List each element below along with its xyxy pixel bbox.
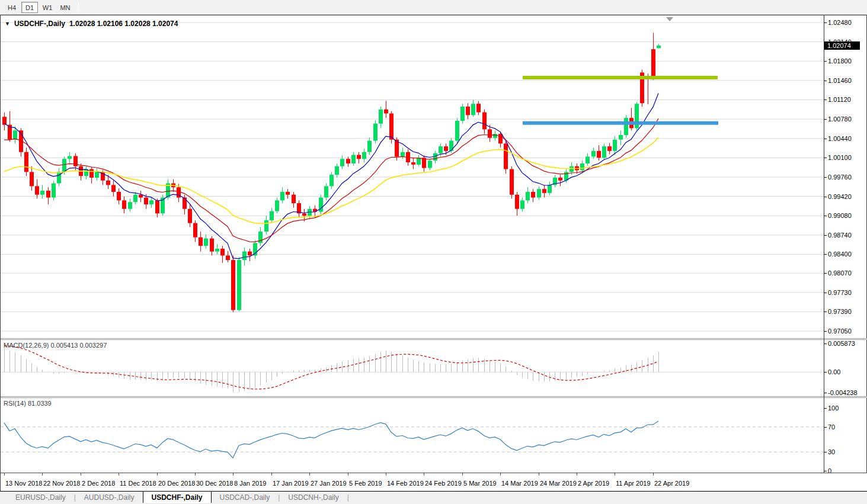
date-tick-mark (119, 473, 119, 476)
price-axis-label: 1.00100 (828, 154, 867, 162)
chart-window: ▼ USDCHF-,Daily 1.02028 1.02106 1.02028 … (0, 15, 867, 491)
price-axis-label: 1.01120 (828, 96, 867, 104)
axis-tick-mark (824, 452, 827, 452)
price-axis-border (824, 15, 824, 473)
chart-ohlc-values: 1.02028 1.02106 1.02028 1.02074 (69, 20, 178, 28)
chart-title: ▼ USDCHF-,Daily 1.02028 1.02106 1.02028 … (5, 20, 178, 28)
timeframe-button-d1[interactable]: D1 (21, 2, 38, 13)
date-axis: 13 Nov 201822 Nov 20182 Dec 201811 Dec 2… (1, 473, 867, 491)
date-axis-label: 20 Dec 2018 (158, 480, 195, 487)
rsi-axis-label: 70 (828, 423, 867, 431)
chart-symbol-label: USDCHF-,Daily (14, 20, 65, 28)
scroll-to-end-marker[interactable] (666, 17, 673, 21)
macd-axis-label: 0.005873 (828, 340, 867, 348)
date-axis-label: 24 Feb 2019 (425, 480, 462, 487)
chart-tab-usdcad[interactable]: USDCAD-,Daily (212, 492, 279, 503)
date-tick-mark (577, 473, 577, 476)
axis-tick-mark (824, 293, 827, 293)
timeframe-toolbar: H4D1W1MN (0, 0, 867, 15)
axis-tick-mark (824, 273, 827, 274)
chart-tab-eurusd[interactable]: EURUSD-,Daily (7, 492, 74, 503)
chart-tabs: EURUSD-,Daily|AUDUSD-,DailyUSDCHF-,Daily… (0, 491, 867, 504)
axis-tick-mark (824, 99, 827, 100)
candlestick-chart[interactable] (1, 15, 824, 338)
axis-tick-mark (824, 372, 827, 373)
timeframe-button-w1[interactable]: W1 (39, 2, 56, 13)
price-axis-label: 1.02480 (828, 19, 867, 27)
macd-label: MACD(12,26,9) 0.005413 0.003297 (4, 342, 107, 349)
price-axis-label: 0.99080 (828, 212, 867, 220)
price-axis-label: 1.01800 (828, 57, 867, 65)
date-axis-label: 27 Jan 2019 (311, 480, 347, 487)
date-tick-mark (309, 473, 310, 476)
axis-tick-mark (824, 393, 827, 393)
macd-chart[interactable] (1, 340, 824, 396)
date-axis-label: 14 Feb 2019 (387, 480, 424, 487)
price-axis-label: 0.97050 (828, 328, 867, 335)
date-tick-mark (271, 473, 272, 476)
date-axis-label: 11 Dec 2018 (120, 480, 156, 487)
date-axis-label: 2 Dec 2018 (82, 480, 115, 487)
date-tick-mark (348, 473, 348, 476)
axis-tick-mark (824, 177, 827, 178)
tab-separator: | (347, 492, 349, 502)
date-tick-mark (233, 473, 233, 476)
macd-pane[interactable]: MACD(12,26,9) 0.005413 0.003297 (1, 340, 824, 396)
toolbar-separator (78, 2, 79, 13)
chart-tab-usdchf[interactable]: USDCHF-,Daily (143, 491, 212, 503)
date-axis-label: 22 Apr 2019 (654, 480, 689, 487)
axis-tick-mark (824, 344, 827, 344)
date-tick-mark (653, 473, 654, 476)
date-axis-label: 2 Apr 2019 (578, 480, 609, 487)
price-axis-label: 0.99760 (828, 174, 867, 181)
axis-tick-mark (824, 312, 827, 312)
chart-tab-usdcnh[interactable]: USDCNH-,Daily (280, 492, 347, 503)
date-tick-mark (615, 473, 615, 476)
price-axis-label: 0.97390 (828, 308, 867, 316)
date-axis-label: 8 Jan 2019 (234, 480, 266, 487)
axis-tick-mark (824, 235, 827, 236)
date-axis-label: 13 Nov 2018 (5, 480, 42, 487)
date-tick-mark (500, 473, 501, 476)
date-axis-label: 5 Feb 2019 (349, 480, 382, 487)
axis-tick-mark (824, 197, 827, 197)
price-axis-label: 0.98400 (828, 251, 867, 258)
price-axis-label: 0.98740 (828, 232, 867, 239)
rsi-axis-label: 30 (828, 448, 867, 456)
date-axis-label: 17 Jan 2019 (273, 480, 309, 487)
price-axis-label: 0.98070 (828, 269, 867, 277)
rsi-chart[interactable] (1, 398, 824, 473)
axis-tick-mark (824, 471, 827, 471)
macd-axis-label: 0.00 (828, 368, 867, 376)
terminal-window: H4D1W1MN ▼ USDCHF-,Daily 1.02028 1.02106… (0, 0, 867, 504)
date-tick-mark (386, 473, 386, 476)
date-axis-label: 30 Dec 2018 (196, 480, 233, 487)
axis-tick-mark (824, 408, 827, 409)
timeframe-button-mn[interactable]: MN (57, 2, 73, 13)
price-axis-label: 0.99420 (828, 193, 867, 201)
axis-tick-mark (824, 216, 827, 216)
price-axis-label: 0.97730 (828, 289, 867, 297)
timeframe-button-h4[interactable]: H4 (4, 2, 20, 13)
chart-tab-audusd[interactable]: AUDUSD-,Daily (76, 492, 143, 503)
price-axis-label: 1.01460 (828, 77, 867, 85)
rsi-label: RSI(14) 81.0339 (4, 400, 52, 407)
axis-tick-mark (824, 81, 827, 81)
date-tick-mark (424, 473, 424, 476)
price-axis-label: 1.00440 (828, 135, 867, 143)
axis-tick-mark (824, 119, 827, 120)
axis-tick-mark (824, 139, 827, 139)
date-tick-mark (462, 473, 463, 476)
date-tick-mark (157, 473, 158, 476)
date-axis-label: 11 Apr 2019 (616, 480, 651, 487)
date-tick-mark (539, 473, 539, 476)
axis-tick-mark (824, 23, 827, 23)
rsi-pane[interactable]: RSI(14) 81.0339 (1, 398, 824, 473)
chart-collapse-icon[interactable]: ▼ (5, 21, 10, 27)
date-axis-label: 5 Mar 2019 (463, 480, 497, 487)
axis-tick-mark (824, 331, 827, 332)
rsi-axis-label: 100 (828, 405, 867, 412)
date-tick-mark (195, 473, 196, 476)
date-axis-label: 24 Mar 2019 (540, 480, 577, 487)
price-pane[interactable]: ▼ USDCHF-,Daily 1.02028 1.02106 1.02028 … (1, 15, 824, 338)
